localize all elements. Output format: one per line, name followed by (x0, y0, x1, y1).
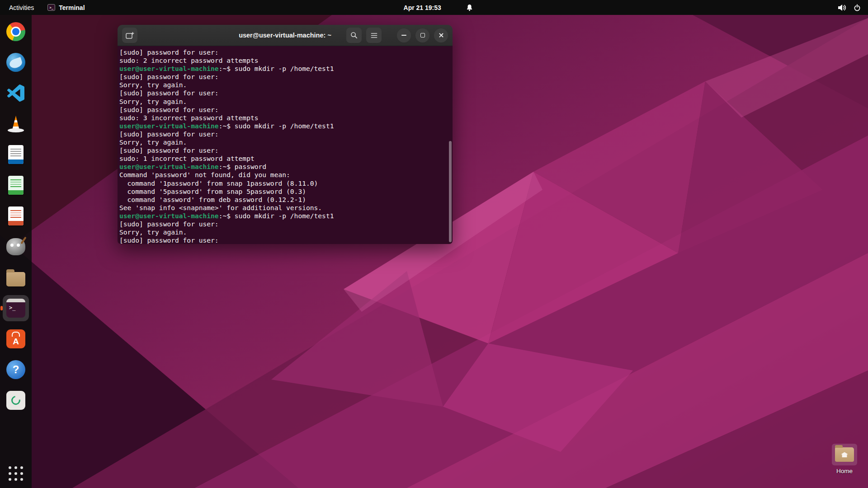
scrollbar-thumb[interactable] (449, 141, 452, 242)
volume-icon[interactable] (838, 4, 846, 11)
libreoffice-impress-icon (8, 206, 24, 225)
terminal-output[interactable]: [sudo] password for user:sudo: 2 incorre… (118, 46, 453, 244)
terminal-command-line: user@user-virtual-machine:~$ sudo mkdir … (119, 122, 447, 130)
dock-item-libreoffice-calc[interactable] (3, 172, 29, 198)
terminal-output-line: Sorry, try again. (119, 228, 447, 236)
terminal-output-line: [sudo] password for user: (119, 73, 447, 81)
terminal-scrollbar[interactable] (448, 46, 452, 244)
libreoffice-calc-icon (8, 176, 24, 195)
terminal-output-line: Sorry, try again. (119, 138, 447, 146)
terminal-output-line: Command 'password' not found, did you me… (119, 171, 447, 179)
system-status-area[interactable] (838, 4, 868, 11)
focused-app-menu[interactable]: >_ Terminal (47, 4, 85, 11)
terminal-header-bar[interactable]: user@user-virtual-machine: ~ (118, 25, 453, 46)
vlc-icon (6, 114, 26, 134)
files-icon (6, 272, 25, 286)
chrome-icon (6, 22, 25, 41)
dock: >_ A ? (0, 15, 32, 488)
terminal-output-line: [sudo] password for user: (119, 220, 447, 228)
search-button[interactable] (346, 28, 362, 43)
terminal-output-line: sudo: 3 incorrect password attempts (119, 114, 447, 122)
dock-item-libreoffice-writer[interactable] (3, 141, 29, 168)
dock-item-help[interactable]: ? (3, 357, 29, 383)
dock-item-gimp[interactable] (3, 234, 29, 260)
terminal-output-line: See 'snap info <snapname>' for additiona… (119, 204, 447, 212)
focused-app-label: Terminal (59, 4, 85, 11)
terminal-command-line: user@user-virtual-machine:~$ sudo mkdir … (119, 212, 447, 220)
dock-item-ubuntu-software[interactable]: A (3, 326, 29, 352)
new-tab-button[interactable] (122, 28, 137, 43)
dock-item-software-updater[interactable] (3, 387, 29, 413)
terminal-output-line: [sudo] password for user: (119, 48, 447, 56)
terminal-icon: >_ (6, 299, 25, 318)
vscode-icon (6, 84, 25, 103)
minimize-button[interactable] (397, 28, 411, 42)
terminal-app-icon: >_ (47, 4, 55, 11)
notification-bell-icon[interactable] (467, 4, 473, 11)
gimp-icon (6, 238, 25, 255)
terminal-window: user@user-virtual-machine: ~ [sudo] pass… (118, 25, 453, 244)
clock[interactable]: Apr 21 19:53 (404, 4, 441, 11)
dock-item-thunderbird[interactable] (3, 49, 29, 75)
dock-item-chrome[interactable] (3, 19, 29, 45)
terminal-output-line: [sudo] password for user: (119, 106, 447, 114)
terminal-output-line: [sudo] password for user: (119, 146, 447, 155)
terminal-command-line: user@user-virtual-machine:~$ sudo mkdir … (119, 65, 447, 73)
terminal-output-line: Sorry, try again. (119, 81, 447, 89)
dock-item-libreoffice-impress[interactable] (3, 203, 29, 229)
terminal-output-line: [sudo] password for user: (119, 89, 447, 97)
close-button[interactable] (434, 28, 448, 42)
menu-button[interactable] (366, 28, 382, 43)
home-folder-highlight (832, 444, 857, 465)
house-glyph-icon (841, 452, 848, 457)
show-applications-button[interactable] (6, 464, 26, 483)
maximize-button[interactable] (415, 28, 429, 42)
header-controls (346, 28, 448, 43)
home-folder-label: Home (831, 468, 858, 474)
terminal-command-line: user@user-virtual-machine:~$ password (119, 163, 447, 171)
terminal-output-line: command 'assword' from deb assword (0.12… (119, 196, 447, 204)
terminal-output-line: [sudo] password for user: (119, 130, 447, 138)
top-bar: Activities >_ Terminal Apr 21 19:53 (0, 0, 868, 15)
terminal-output-line: Sorry, try again. (119, 98, 447, 106)
terminal-output-line: [sudo] password for user: (119, 236, 447, 244)
libreoffice-writer-icon (8, 145, 24, 164)
dock-item-terminal[interactable]: >_ (3, 295, 29, 321)
activities-button[interactable]: Activities (7, 4, 36, 11)
software-updater-icon (6, 391, 25, 410)
help-icon: ? (6, 360, 25, 379)
terminal-output-line: sudo: 1 incorrect password attempt (119, 155, 447, 163)
dock-item-vscode[interactable] (3, 80, 29, 106)
power-icon[interactable] (854, 4, 861, 11)
dock-item-files[interactable] (3, 264, 29, 291)
terminal-output-line: command '5password' from snap 5password … (119, 188, 447, 196)
ubuntu-software-icon: A (6, 329, 25, 348)
thunderbird-icon (6, 53, 25, 72)
home-folder-icon (835, 447, 854, 462)
desktop: Activities >_ Terminal Apr 21 19:53 (0, 0, 868, 488)
topbar-center: Apr 21 19:53 (404, 0, 473, 15)
topbar-left: Activities >_ Terminal (0, 4, 85, 11)
dock-item-vlc[interactable] (3, 111, 29, 137)
home-folder-shortcut[interactable]: Home (831, 444, 858, 474)
terminal-output-line: command '1password' from snap 1password … (119, 179, 447, 188)
terminal-output-line: sudo: 2 incorrect password attempts (119, 56, 447, 65)
